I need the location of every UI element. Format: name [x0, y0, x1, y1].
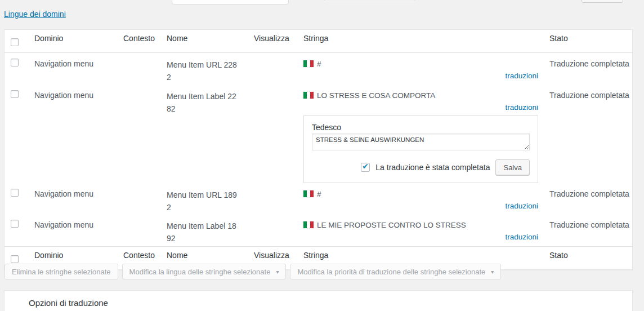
domain-languages-link[interactable]: Lingue dei domini [4, 10, 66, 19]
translation-textarea[interactable]: STRESS & SEINE AUSWIRKUNGEN [312, 134, 530, 150]
row-domain: Navigation menu [34, 214, 123, 246]
search-input[interactable] [172, 0, 289, 5]
row-domain: Navigation menu [34, 53, 123, 85]
change-translation-priority-label: Modifica la priorità di traduzione delle… [297, 268, 485, 276]
row-domain: Navigation menu [34, 85, 123, 183]
delete-selected-strings-button[interactable]: Elimina le stringhe selezionate [5, 264, 118, 279]
table-header-row: Dominio Contesto Nome Visualizza Stringa… [5, 30, 632, 53]
column-header-string: Stringa [303, 30, 549, 52]
column-header-view: Visualizza [254, 30, 303, 52]
table-row: Navigation menu Menu Item Label 2282 LO … [5, 85, 632, 183]
row-view [254, 183, 303, 214]
translations-link[interactable]: traduzioni [303, 233, 538, 241]
translation-options-box[interactable]: Opzioni di traduzione [4, 290, 633, 311]
select-all-checkbox-footer[interactable] [11, 255, 19, 263]
string-value: # [317, 190, 321, 198]
row-context [123, 183, 167, 214]
column-header-domain: Dominio [34, 30, 123, 52]
row-context [123, 214, 167, 246]
strings-table: Dominio Contesto Nome Visualizza Stringa… [4, 29, 633, 270]
column-footer-status: Stato [549, 247, 632, 269]
search-button[interactable] [582, 0, 623, 3]
filter-input[interactable] [324, 0, 415, 1]
translations-link[interactable]: traduzioni [303, 103, 538, 112]
select-all-checkbox[interactable] [11, 38, 19, 46]
string-value: # [317, 60, 321, 68]
column-header-name: Nome [167, 30, 254, 52]
row-domain: Navigation menu [34, 183, 123, 214]
row-name: Menu Item Label 1892 [167, 214, 254, 246]
italian-flag-icon [303, 60, 314, 67]
change-language-label: Modifica la lingua delle stringhe selezi… [129, 268, 271, 276]
table-row: Navigation menu Menu Item Label 1892 LE … [5, 214, 632, 246]
bulk-actions-bar: Elimina le stringhe selezionate Modifica… [5, 264, 501, 279]
translations-link[interactable]: traduzioni [303, 202, 538, 210]
row-name: Menu Item Label 2282 [167, 85, 254, 183]
status-text: Traduzione completata [549, 183, 632, 214]
translations-link[interactable]: traduzioni [303, 72, 538, 80]
row-checkbox[interactable] [11, 189, 19, 197]
row-name: Menu Item URL 1892 [167, 183, 254, 214]
translation-options-title: Opzioni di traduzione [5, 291, 632, 308]
row-checkbox[interactable] [11, 59, 19, 66]
translation-language-label: Tedesco [312, 123, 530, 132]
column-header-status: Stato [549, 30, 632, 52]
chevron-down-icon: ▾ [276, 269, 279, 275]
change-translation-priority-dropdown[interactable]: Modifica la priorità di traduzione delle… [290, 264, 501, 279]
checkmark-icon: ✔ [362, 162, 369, 171]
row-view [254, 85, 303, 183]
row-view [254, 53, 303, 85]
change-language-dropdown[interactable]: Modifica la lingua delle stringhe selezi… [122, 264, 287, 279]
italian-flag-icon [303, 221, 314, 228]
table-row: Navigation menu Menu Item URL 1892 # tra… [5, 183, 632, 214]
row-context [123, 53, 167, 85]
translation-complete-label: La traduzione è stata completata [375, 163, 490, 172]
translation-complete-checkbox[interactable]: ✔ [361, 163, 370, 172]
string-value: LO STRESS E COSA COMPORTA [317, 91, 435, 100]
row-name: Menu Item URL 2282 [167, 53, 254, 85]
row-checkbox[interactable] [11, 220, 19, 228]
table-row: Navigation menu Menu Item URL 2282 # tra… [5, 53, 632, 85]
italian-flag-icon [303, 190, 314, 197]
italian-flag-icon [303, 92, 314, 99]
chevron-down-icon: ▾ [491, 269, 494, 275]
status-text: Traduzione completata [549, 85, 632, 183]
status-text: Traduzione completata [549, 53, 632, 85]
string-value: LE MIE PROPOSTE CONTRO LO STRESS [317, 221, 466, 229]
delete-selected-strings-label: Elimina le stringhe selezionate [12, 268, 111, 276]
row-view [254, 214, 303, 246]
status-text: Traduzione completata [549, 214, 632, 246]
translation-editor-panel: Tedesco STRESS & SEINE AUSWIRKUNGEN ✔ La… [303, 115, 538, 183]
column-header-context: Contesto [123, 30, 167, 52]
save-button[interactable]: Salva [495, 159, 530, 175]
row-context [123, 85, 167, 183]
row-checkbox[interactable] [11, 90, 19, 98]
